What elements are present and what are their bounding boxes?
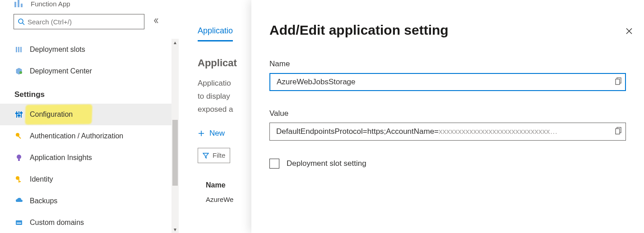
backups-icon xyxy=(14,196,23,206)
sidebar-item-application-insights[interactable]: Application Insights xyxy=(0,147,171,169)
svg-line-1 xyxy=(23,23,24,25)
sidebar-item-label: Identity xyxy=(30,175,53,183)
scroll-thumb[interactable] xyxy=(172,120,178,186)
copy-value-button[interactable] xyxy=(615,127,622,137)
deployment-slot-checkbox[interactable] xyxy=(269,159,279,169)
add-edit-setting-panel: Add/Edit application setting Name Value … xyxy=(251,0,644,233)
identity-icon xyxy=(14,175,23,184)
setting-value-masked: xxxxxxxxxxxxxxxxxxxxxxxxxxxxx… xyxy=(439,127,558,136)
sidebar-item-label: Deployment Center xyxy=(30,67,92,75)
deployment-center-icon xyxy=(14,67,23,76)
resource-header: Function App xyxy=(0,0,179,14)
sidebar-item-backups[interactable]: Backups xyxy=(0,190,171,212)
resource-type-label: Function App xyxy=(31,0,70,8)
svg-rect-13 xyxy=(18,136,21,139)
deployment-slot-setting-row: Deployment slot setting xyxy=(269,159,626,169)
setting-value-input[interactable]: DefaultEndpointsProtocol=https;AccountNa… xyxy=(269,123,626,141)
svg-rect-2 xyxy=(16,47,17,52)
configuration-icon xyxy=(14,110,23,119)
sidebar-item-custom-domains[interactable]: Custom domains xyxy=(0,212,171,233)
svg-point-16 xyxy=(16,176,19,180)
svg-rect-15 xyxy=(18,159,20,161)
deployment-slot-label: Deployment slot setting xyxy=(287,159,366,168)
filter-label: Filte xyxy=(213,151,225,159)
sidebar-item-deployment-slots[interactable]: Deployment slots xyxy=(0,39,171,60)
collapse-sidebar-button[interactable] xyxy=(153,17,160,26)
scroll-up-button[interactable]: ▲ xyxy=(171,39,179,46)
close-panel-button[interactable] xyxy=(625,27,633,37)
sidebar-search-input[interactable] xyxy=(25,18,140,26)
sidebar-item-label: Backups xyxy=(30,197,57,205)
new-button-label: New xyxy=(209,129,225,138)
setting-name-input[interactable] xyxy=(269,73,626,91)
insights-icon xyxy=(14,153,23,162)
svg-rect-4 xyxy=(20,47,22,52)
svg-rect-6 xyxy=(16,111,17,118)
sidebar-scrollbar[interactable]: ▲ ▼ xyxy=(171,39,179,233)
sidebar-item-label: Authentication / Authorization xyxy=(30,132,123,140)
panel-title: Add/Edit application setting xyxy=(269,23,626,38)
svg-rect-9 xyxy=(15,113,18,114)
svg-rect-3 xyxy=(18,47,19,52)
sidebar-item-label: Application Insights xyxy=(30,154,92,162)
new-application-setting-button[interactable]: New xyxy=(198,129,225,138)
deployment-slots-icon xyxy=(14,45,23,54)
plus-icon xyxy=(198,130,205,137)
svg-rect-22 xyxy=(616,79,620,85)
svg-point-12 xyxy=(16,133,19,137)
scroll-down-button[interactable]: ▼ xyxy=(171,226,179,233)
sidebar-item-identity[interactable]: Identity xyxy=(0,169,171,190)
section-description: Applicatio to display exposed a xyxy=(198,77,247,116)
sidebar-item-configuration[interactable]: Configuration xyxy=(0,104,171,125)
svg-rect-10 xyxy=(18,115,20,116)
sidebar-item-deployment-center[interactable]: Deployment Center xyxy=(0,60,171,82)
custom-domains-icon xyxy=(14,218,23,227)
sidebar-section-settings: Settings xyxy=(0,82,179,104)
key-icon xyxy=(14,132,23,141)
tab-application-settings[interactable]: Applicatio xyxy=(198,26,233,41)
copy-icon xyxy=(615,78,622,86)
copy-icon xyxy=(615,127,622,135)
svg-point-5 xyxy=(19,71,22,74)
function-app-icon xyxy=(14,0,25,7)
sidebar-item-authentication[interactable]: Authentication / Authorization xyxy=(0,125,171,147)
svg-point-0 xyxy=(19,19,23,23)
svg-point-14 xyxy=(17,155,21,159)
close-icon xyxy=(625,27,633,35)
value-field-label: Value xyxy=(269,109,626,118)
svg-rect-11 xyxy=(20,112,23,114)
sidebar-item-label: Deployment slots xyxy=(30,46,85,54)
setting-value-visible: DefaultEndpointsProtocol=https;AccountNa… xyxy=(276,127,439,136)
name-field-label: Name xyxy=(269,59,626,69)
svg-rect-7 xyxy=(19,111,19,118)
svg-rect-24 xyxy=(616,129,620,134)
filter-input[interactable]: Filte xyxy=(198,148,230,163)
sidebar: Function App Deployment slots Deployment… xyxy=(0,0,179,233)
filter-icon xyxy=(203,152,209,159)
copy-name-button[interactable] xyxy=(615,78,622,87)
svg-rect-18 xyxy=(19,181,21,182)
sidebar-search[interactable] xyxy=(14,14,144,29)
svg-rect-20 xyxy=(17,223,21,224)
sidebar-item-label: Custom domains xyxy=(30,219,84,227)
sidebar-item-label: Configuration xyxy=(30,110,73,119)
sidebar-scroll-area: Deployment slots Deployment Center Setti… xyxy=(0,39,179,233)
search-icon xyxy=(18,18,25,25)
